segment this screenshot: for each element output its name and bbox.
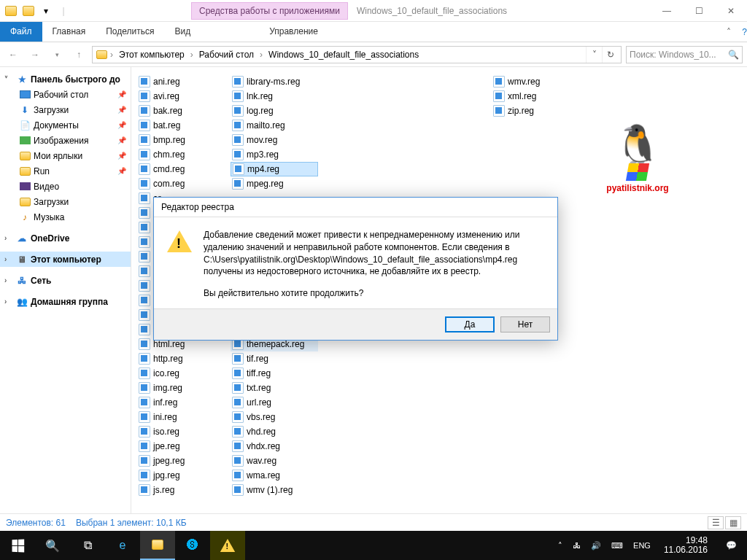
view-large-button[interactable]: ▦ [725, 516, 741, 529]
file-item[interactable]: ico.reg [137, 366, 225, 381]
file-item[interactable]: chm.reg [137, 147, 225, 162]
nav-recent-dropdown[interactable]: ▾ [48, 46, 66, 63]
chevron-right-icon[interactable]: › [110, 50, 113, 60]
file-item[interactable]: mov.reg [231, 133, 318, 147]
dialog-no-button[interactable]: Нет [500, 316, 550, 332]
tab-file[interactable]: Файл [0, 22, 42, 42]
file-item[interactable]: ini.reg [137, 410, 225, 424]
crumb-desktop[interactable]: Рабочий стол [196, 48, 257, 61]
file-item[interactable]: cmd.reg [137, 162, 225, 176]
minimize-button[interactable]: — [651, 0, 683, 22]
nav-music[interactable]: ♪Музыка [0, 209, 131, 225]
tray-chevron-up-icon[interactable]: ˄ [555, 541, 565, 551]
dialog-yes-button[interactable]: Да [445, 316, 495, 332]
taskbar-regedit-warning[interactable] [210, 531, 245, 560]
folder-open-icon[interactable] [20, 3, 36, 19]
file-item[interactable]: wmv.reg [492, 74, 579, 89]
file-item[interactable]: ani.reg [137, 74, 225, 89]
start-button[interactable] [0, 531, 35, 560]
tray-network-icon[interactable]: 🖧 [570, 541, 584, 550]
chevron-right-icon[interactable]: › [190, 50, 193, 60]
file-item[interactable]: url.reg [231, 395, 318, 410]
nav-run[interactable]: Run📌 [0, 163, 131, 179]
nav-network[interactable]: ›🖧Сеть [0, 273, 131, 288]
file-item[interactable]: zip.reg [492, 104, 579, 118]
file-item[interactable]: xml.reg [492, 89, 579, 104]
nav-back-button[interactable]: ← [4, 46, 22, 63]
file-item[interactable]: jpeg.reg [137, 454, 225, 468]
nav-onedrive[interactable]: ›☁OneDrive [0, 230, 131, 246]
address-dropdown-icon[interactable]: ˅ [586, 47, 602, 63]
tray-keyboard-icon[interactable]: ⌨ [608, 541, 626, 551]
qat-dropdown-icon[interactable]: ▾ [38, 3, 54, 19]
file-item[interactable]: mailto.reg [231, 118, 318, 133]
maximize-button[interactable]: ☐ [683, 0, 715, 22]
file-item[interactable]: wma.reg [231, 468, 318, 483]
refresh-icon[interactable]: ↻ [602, 47, 618, 63]
file-item[interactable]: jpg.reg [137, 468, 225, 483]
file-item[interactable]: vbs.reg [231, 410, 318, 424]
file-item[interactable]: mpeg.reg [231, 176, 318, 191]
file-item[interactable]: iso.reg [137, 424, 225, 439]
view-details-button[interactable]: ☰ [708, 516, 724, 529]
tray-volume-icon[interactable]: 🔊 [588, 541, 604, 551]
tab-view[interactable]: Вид [164, 22, 201, 42]
file-item[interactable]: jpe.reg [137, 439, 225, 454]
tab-home[interactable]: Главная [42, 22, 96, 42]
taskbar-edge[interactable]: e [105, 531, 140, 560]
nav-downloads-2[interactable]: Загрузки [0, 194, 131, 209]
help-icon[interactable]: ? [742, 27, 747, 37]
nav-video[interactable]: Видео [0, 179, 131, 194]
file-item[interactable]: mp4.reg [231, 162, 318, 176]
nav-forward-button[interactable]: → [26, 46, 44, 63]
file-item[interactable]: bat.reg [137, 118, 225, 133]
file-item[interactable]: wav.reg [231, 454, 318, 468]
file-item[interactable]: tiff.reg [231, 366, 318, 381]
file-item[interactable]: mp3.reg [231, 147, 318, 162]
nav-pictures[interactable]: Изображения📌 [0, 133, 131, 148]
nav-up-button[interactable]: ↑ [70, 46, 88, 63]
nav-homegroup[interactable]: ›👥Домашняя группа [0, 294, 131, 309]
tab-share[interactable]: Поделиться [96, 22, 164, 42]
file-item[interactable]: tif.reg [231, 351, 318, 366]
file-item[interactable]: log.reg [231, 104, 318, 118]
file-item[interactable]: avi.reg [137, 89, 225, 104]
ribbon-collapse-icon[interactable]: ˄ [727, 27, 742, 37]
nav-my-shortcuts[interactable]: Мои ярлыки📌 [0, 148, 131, 163]
crumb-folder[interactable]: Windows_10_default_file_associations [266, 48, 422, 61]
file-item[interactable]: inf.reg [137, 395, 225, 410]
crumb-this-pc[interactable]: Этот компьютер [116, 48, 187, 61]
nav-this-pc[interactable]: ›🖥Этот компьютер [0, 252, 131, 267]
search-icon[interactable]: 🔍 [728, 50, 739, 60]
file-item[interactable]: img.reg [137, 381, 225, 395]
search-input[interactable]: Поиск: Windows_10... 🔍 [626, 46, 743, 63]
file-item[interactable]: vhdx.reg [231, 439, 318, 454]
tray-clock[interactable]: 19:48 11.06.2016 [658, 536, 713, 555]
taskbar-skype[interactable]: 🅢 [175, 531, 210, 560]
file-item[interactable]: library-ms.reg [231, 74, 318, 89]
taskbar-explorer[interactable] [140, 531, 175, 560]
action-center-icon[interactable]: 💬 [718, 531, 744, 560]
nav-documents[interactable]: 📄Документы📌 [0, 117, 131, 133]
file-item[interactable]: txt.reg [231, 381, 318, 395]
file-name: wma.reg [247, 470, 280, 481]
nav-quick-access[interactable]: ˅★Панель быстрого до [0, 71, 131, 87]
file-item[interactable]: com.reg [137, 176, 225, 191]
nav-downloads[interactable]: ⬇Загрузки📌 [0, 102, 131, 117]
file-item[interactable]: http.reg [137, 351, 225, 366]
file-item[interactable]: lnk.reg [231, 89, 318, 104]
file-item[interactable]: bak.reg [137, 104, 225, 118]
chevron-right-icon[interactable]: › [260, 50, 263, 60]
file-item[interactable]: wmv (1).reg [231, 483, 318, 497]
taskbar-search-button[interactable]: 🔍 [35, 531, 70, 560]
file-item[interactable]: vhd.reg [231, 424, 318, 439]
tab-manage[interactable]: Управление [259, 22, 328, 42]
file-item[interactable]: js.reg [137, 483, 225, 497]
task-view-button[interactable]: ⧉ [70, 531, 105, 560]
address-box[interactable]: › Этот компьютер › Рабочий стол › Window… [92, 46, 622, 63]
close-button[interactable]: ✕ [715, 0, 747, 22]
file-name: jpeg.reg [153, 456, 185, 466]
file-item[interactable]: bmp.reg [137, 133, 225, 147]
tray-language[interactable]: ENG [630, 541, 654, 550]
nav-desktop[interactable]: Рабочий стол📌 [0, 87, 131, 102]
